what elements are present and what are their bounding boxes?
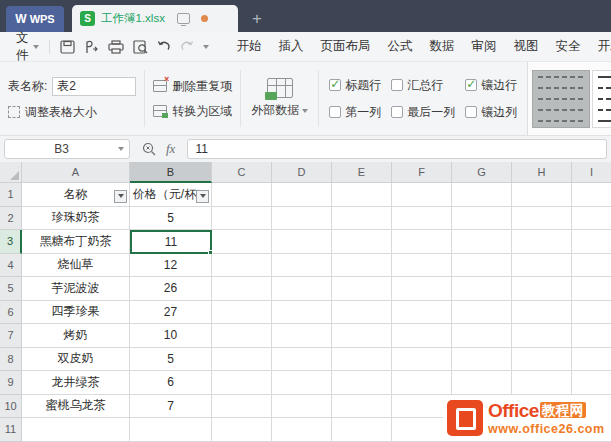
option-total-row[interactable]: 汇总行 [391, 77, 455, 94]
column-header-i[interactable]: I [572, 162, 611, 183]
column-header-c[interactable]: C [212, 162, 272, 183]
empty-cells[interactable] [212, 183, 611, 207]
option-last-column[interactable]: 最后一列 [391, 104, 455, 121]
new-tab-button[interactable]: + [252, 9, 262, 32]
row-header[interactable]: 5 [0, 277, 22, 301]
option-banded-rows[interactable]: 镶边行 [465, 77, 517, 94]
cell-b4[interactable]: 12 [130, 254, 212, 278]
cell-b1[interactable]: 价格（元/杯） [130, 183, 212, 207]
cell-a8[interactable]: 双皮奶 [22, 348, 130, 372]
cell-a11[interactable] [22, 418, 130, 442]
remove-duplicates-button[interactable]: 删除重复项 [153, 78, 232, 95]
formula-input[interactable]: 11 [187, 139, 607, 159]
column-header-d[interactable]: D [272, 162, 332, 183]
document-tab[interactable]: S 工作簿1.xlsx [72, 5, 238, 32]
cell-a10[interactable]: 蜜桃乌龙茶 [22, 395, 130, 419]
table-row: 9 龙井绿茶 6 [0, 371, 611, 395]
redo-icon[interactable] [180, 40, 194, 53]
empty-cells[interactable] [212, 207, 611, 231]
row-header[interactable]: 8 [0, 348, 22, 372]
checkbox-icon [329, 106, 341, 118]
cell-a6[interactable]: 四季珍果 [22, 301, 130, 325]
export-icon[interactable] [84, 40, 99, 54]
resize-table-button[interactable]: 调整表格大小 [8, 104, 136, 121]
empty-cells[interactable] [212, 230, 611, 254]
row-header[interactable]: 11 [0, 418, 22, 442]
cell-a5[interactable]: 芋泥波波 [22, 277, 130, 301]
cell-a9[interactable]: 龙井绿茶 [22, 371, 130, 395]
save-icon[interactable] [60, 40, 75, 54]
print-icon[interactable] [108, 40, 124, 54]
cell-a4[interactable]: 烧仙草 [22, 254, 130, 278]
option-header-row[interactable]: 标题行 [329, 77, 381, 94]
table-row: 3 黑糖布丁奶茶 11 [0, 230, 611, 254]
row-header[interactable]: 1 [0, 183, 22, 207]
column-header-f[interactable]: F [392, 162, 452, 183]
cell-b5[interactable]: 26 [130, 277, 212, 301]
insert-function-icon[interactable]: fx [166, 141, 175, 157]
tab-data[interactable]: 数据 [430, 38, 455, 55]
row-header[interactable]: 7 [0, 324, 22, 348]
tab-formulas[interactable]: 公式 [388, 38, 413, 55]
undo-icon[interactable] [157, 40, 171, 53]
option-first-column[interactable]: 第一列 [329, 104, 381, 121]
table-style-preview-plain[interactable] [592, 70, 611, 128]
tab-security[interactable]: 安全 [556, 38, 581, 55]
tab-developer[interactable]: 开发工具 [598, 38, 611, 55]
column-header-b[interactable]: B [130, 162, 212, 183]
cell-b10[interactable]: 7 [130, 395, 212, 419]
titlebar: W WPS S 工作簿1.xlsx + [0, 0, 611, 32]
column-header-a[interactable]: A [22, 162, 130, 183]
column-header-e[interactable]: E [332, 162, 392, 183]
empty-cells[interactable] [212, 301, 611, 325]
external-data-button[interactable]: 外部数据 [241, 62, 318, 135]
empty-cells[interactable] [212, 348, 611, 372]
row-header[interactable]: 3 [0, 230, 22, 254]
toolbar-more-icon[interactable] [203, 45, 209, 49]
filter-button[interactable] [114, 190, 127, 203]
watermark-url: www.office26.com [488, 423, 605, 436]
monitor-icon[interactable] [177, 13, 190, 24]
empty-cells[interactable] [212, 254, 611, 278]
select-all-corner[interactable] [0, 162, 22, 183]
row-header[interactable]: 6 [0, 301, 22, 325]
row-header[interactable]: 2 [0, 207, 22, 231]
wps-home-button[interactable]: W WPS [6, 6, 64, 32]
print-preview-icon[interactable] [133, 40, 148, 54]
filter-button[interactable] [196, 190, 209, 203]
file-menu[interactable]: 文件 [10, 30, 45, 64]
search-icon[interactable] [142, 142, 156, 156]
cell-b11[interactable] [130, 418, 212, 442]
tab-view[interactable]: 视图 [514, 38, 539, 55]
table-name-input[interactable] [52, 77, 136, 96]
empty-cells[interactable] [212, 324, 611, 348]
cell-a3[interactable]: 黑糖布丁奶茶 [22, 230, 130, 254]
cell-b9[interactable]: 6 [130, 371, 212, 395]
column-header-h[interactable]: H [512, 162, 572, 183]
option-banded-columns[interactable]: 镶边列 [465, 104, 517, 121]
cell-b6[interactable]: 27 [130, 301, 212, 325]
empty-cells[interactable] [212, 371, 611, 395]
tab-insert[interactable]: 插入 [279, 38, 304, 55]
row-header[interactable]: 10 [0, 395, 22, 419]
table-row: 1 名称 价格（元/杯） [0, 183, 611, 207]
table-style-preview-gray[interactable] [532, 70, 590, 128]
row-header[interactable]: 9 [0, 371, 22, 395]
name-box[interactable]: B3 [4, 139, 130, 159]
chevron-down-icon [33, 45, 39, 49]
column-header-g[interactable]: G [452, 162, 512, 183]
cell-a2[interactable]: 珍珠奶茶 [22, 207, 130, 231]
row-header[interactable]: 4 [0, 254, 22, 278]
cell-a1[interactable]: 名称 [22, 183, 130, 207]
tab-review[interactable]: 审阅 [472, 38, 497, 55]
cell-a7[interactable]: 烤奶 [22, 324, 130, 348]
cell-b8[interactable]: 5 [130, 348, 212, 372]
tab-home[interactable]: 开始 [237, 38, 262, 55]
cell-b7[interactable]: 10 [130, 324, 212, 348]
cell-b2[interactable]: 5 [130, 207, 212, 231]
convert-to-range-button[interactable]: 转换为区域 [153, 103, 232, 120]
empty-cells[interactable] [212, 277, 611, 301]
table-row: 7 烤奶 10 [0, 324, 611, 348]
cell-b3-selected[interactable]: 11 [130, 230, 212, 254]
tab-page-layout[interactable]: 页面布局 [321, 38, 371, 55]
